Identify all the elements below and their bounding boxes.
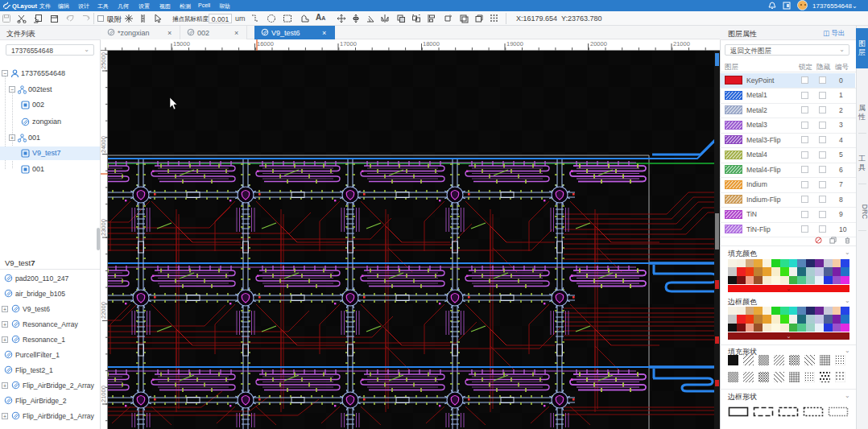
svg-text:16000: 16000 xyxy=(257,40,274,47)
svg-text:17000: 17000 xyxy=(340,40,357,47)
svg-text:18000: 18000 xyxy=(423,40,440,47)
svg-text:24000: 24000 xyxy=(101,136,107,153)
svg-text:DRC: DRC xyxy=(861,204,868,219)
svg-text:15000: 15000 xyxy=(173,40,190,47)
svg-text:25000: 25000 xyxy=(101,52,107,69)
svg-text:19000: 19000 xyxy=(506,40,523,47)
svg-text:23000: 23000 xyxy=(101,219,107,236)
svg-text:21000: 21000 xyxy=(673,40,690,47)
svg-text:20000: 20000 xyxy=(590,40,607,47)
svg-text:21000: 21000 xyxy=(101,386,107,402)
